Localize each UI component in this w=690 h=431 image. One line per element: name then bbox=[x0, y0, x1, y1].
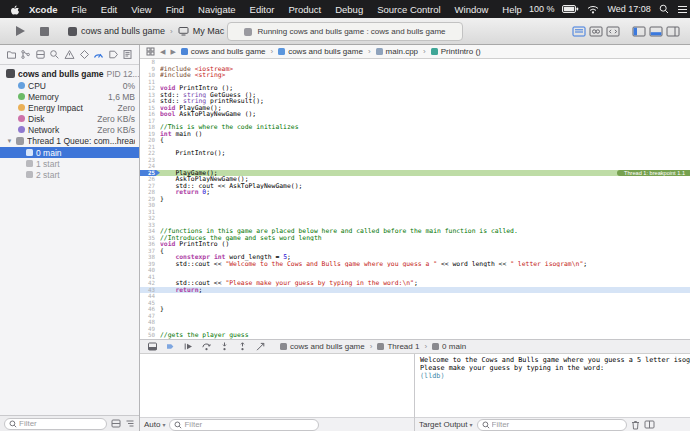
standard-editor-button[interactable] bbox=[572, 26, 586, 37]
code-line[interactable]: 50//gets the player guess bbox=[140, 332, 690, 339]
console-split-icon[interactable] bbox=[644, 420, 655, 429]
notification-center-icon[interactable] bbox=[677, 5, 688, 14]
thread-row[interactable]: ▼ Thread 1 Queue: com...hread (serial) bbox=[0, 135, 139, 147]
jumpbar-crumb[interactable]: main.cpp bbox=[376, 47, 418, 56]
scheme-selector[interactable]: cows and bulls game › My Mac bbox=[68, 26, 224, 36]
disclosure-triangle-icon[interactable]: ▼ bbox=[6, 138, 13, 144]
related-items-icon[interactable] bbox=[146, 47, 155, 56]
menu-item[interactable]: Window bbox=[448, 4, 496, 15]
breakpoints-toggle-icon[interactable] bbox=[164, 341, 177, 353]
menu-item[interactable]: Editor bbox=[243, 4, 282, 15]
find-navigator-icon[interactable] bbox=[49, 48, 62, 62]
scope-selector[interactable]: Auto ▾ bbox=[144, 420, 165, 429]
assistant-editor-button[interactable] bbox=[589, 26, 603, 37]
variables-content[interactable] bbox=[140, 354, 414, 417]
editor-area: ◀ ▶ cows and bulls game›cows and bulls g… bbox=[140, 45, 690, 431]
debug-crumb[interactable]: Thread 1 bbox=[377, 342, 419, 351]
continue-icon[interactable] bbox=[182, 341, 195, 353]
gauge-value: 0% bbox=[123, 81, 135, 91]
stop-button[interactable] bbox=[34, 22, 54, 40]
gauge-row[interactable]: CPU0% bbox=[0, 80, 139, 91]
variables-filter-input[interactable] bbox=[184, 420, 314, 429]
version-editor-button[interactable] bbox=[606, 26, 620, 37]
navigator-filter-input[interactable] bbox=[19, 419, 102, 428]
step-out-icon[interactable] bbox=[236, 341, 249, 353]
filter-icon bbox=[482, 421, 490, 429]
menu-item[interactable]: Xcode bbox=[22, 4, 65, 15]
gauge-row[interactable]: DiskZero KB/s bbox=[0, 113, 139, 124]
battery-icon[interactable] bbox=[562, 5, 579, 13]
step-over-icon[interactable] bbox=[200, 341, 213, 353]
menu-item[interactable]: View bbox=[124, 4, 158, 15]
stack-frame-row[interactable]: 2 start bbox=[0, 169, 139, 180]
process-row[interactable]: cows and bulls game PID 12... bbox=[0, 67, 139, 80]
source-editor[interactable]: 89#include <iostream>10#include <string>… bbox=[140, 59, 690, 339]
toggle-debug-panel-button[interactable] bbox=[649, 26, 663, 37]
code-token: //gets the player guess bbox=[160, 332, 249, 339]
step-into-icon[interactable] bbox=[218, 341, 231, 353]
debug-crumb[interactable]: 0 main bbox=[432, 342, 466, 351]
spotlight-icon[interactable] bbox=[659, 4, 669, 14]
toggle-inspector-panel-button[interactable] bbox=[666, 26, 680, 37]
simulate-location-icon[interactable] bbox=[254, 341, 267, 353]
stack-frame-icon bbox=[26, 160, 33, 167]
menubar-clock[interactable]: Wed 17:08 bbox=[607, 4, 650, 14]
debug-bar: cows and bulls game›Thread 1›0 main bbox=[140, 339, 690, 353]
source-control-navigator-icon[interactable] bbox=[20, 48, 33, 62]
gauge-row[interactable]: Energy ImpactZero bbox=[0, 102, 139, 113]
thread-icon bbox=[16, 137, 24, 145]
stack-frame-row[interactable]: 1 start bbox=[0, 158, 139, 169]
hide-debug-area-icon[interactable] bbox=[146, 341, 159, 353]
workspace: cows and bulls game PID 12... CPU0%Memor… bbox=[0, 45, 690, 431]
menu-item[interactable]: Navigate bbox=[191, 4, 243, 15]
run-button[interactable] bbox=[10, 22, 30, 40]
console-filter-input[interactable] bbox=[492, 420, 622, 429]
output-selector[interactable]: Target Output ▾ bbox=[419, 420, 473, 429]
console-filter-field[interactable] bbox=[477, 419, 627, 431]
debug-crumb[interactable]: cows and bulls game bbox=[280, 342, 365, 351]
forward-button[interactable]: ▶ bbox=[170, 48, 175, 56]
jumpbar-crumb[interactable]: cows and bulls game bbox=[181, 47, 266, 56]
breakpoint-navigator-icon[interactable] bbox=[107, 48, 120, 62]
flat-list-icon[interactable] bbox=[111, 419, 121, 428]
jumpbar-crumb[interactable]: cows and bulls game bbox=[278, 47, 363, 56]
gauge-row[interactable]: Memory1,6 MB bbox=[0, 91, 139, 102]
apple-menu-icon[interactable] bbox=[10, 4, 20, 15]
issue-navigator-icon[interactable] bbox=[63, 48, 76, 62]
trash-icon[interactable] bbox=[631, 420, 640, 430]
report-navigator-icon[interactable] bbox=[122, 48, 135, 62]
menubar-status-area: 100 % Wed 17:08 bbox=[529, 4, 688, 14]
debug-navigator-icon[interactable] bbox=[92, 48, 105, 62]
toolbar: cows and bulls game › My Mac Running cow… bbox=[0, 18, 690, 45]
call-tree-icon[interactable] bbox=[125, 419, 135, 428]
variables-filter-field[interactable] bbox=[169, 419, 319, 431]
workspace-panel-controls bbox=[632, 26, 680, 37]
menu-item[interactable]: Find bbox=[159, 4, 191, 15]
navigator-filter-field[interactable] bbox=[4, 418, 107, 430]
menu-item[interactable]: Help bbox=[495, 4, 529, 15]
gauge-row[interactable]: NetworkZero KB/s bbox=[0, 124, 139, 135]
jumpbar-crumb[interactable]: PrintIntro () bbox=[431, 47, 481, 56]
menu-item[interactable]: Product bbox=[281, 4, 328, 15]
stack-frame-label: 2 start bbox=[36, 170, 60, 180]
menu-item[interactable]: File bbox=[65, 4, 94, 15]
gauge-label: CPU bbox=[28, 81, 46, 91]
menu-item[interactable]: Source Control bbox=[370, 4, 447, 15]
console-output[interactable]: Welcome to the Cows and Bulls game where… bbox=[415, 354, 690, 417]
navigator-tab-bar bbox=[0, 45, 139, 65]
back-button[interactable]: ◀ bbox=[160, 48, 165, 56]
menu-item[interactable]: Edit bbox=[94, 4, 124, 15]
xcode-window: XcodeFileEditViewFindNavigateEditorProdu… bbox=[0, 0, 690, 431]
menu-bar: XcodeFileEditViewFindNavigateEditorProdu… bbox=[0, 0, 690, 18]
wifi-icon[interactable] bbox=[587, 5, 599, 14]
folder-icon bbox=[278, 48, 285, 55]
project-navigator-icon[interactable] bbox=[5, 48, 18, 62]
toggle-navigator-panel-button[interactable] bbox=[632, 26, 646, 37]
menu-item[interactable]: Debug bbox=[328, 4, 370, 15]
stack-frame-row[interactable]: 0 main bbox=[0, 147, 139, 158]
symbol-navigator-icon[interactable] bbox=[34, 48, 47, 62]
test-navigator-icon[interactable] bbox=[78, 48, 91, 62]
crumb-label: 0 main bbox=[442, 342, 466, 351]
toolbar-right-controls bbox=[564, 26, 680, 37]
chevron-down-icon: ▾ bbox=[162, 421, 165, 428]
